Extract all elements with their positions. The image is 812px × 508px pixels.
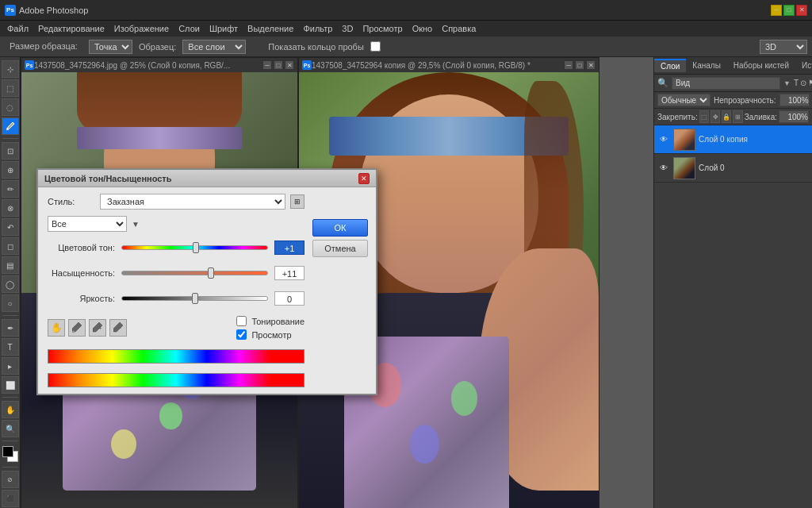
doc1-minimize[interactable]: ─: [262, 60, 272, 70]
light-handle[interactable]: [192, 293, 198, 304]
colorize-row: Тонирование: [236, 316, 304, 326]
dialog-close-button[interactable]: ✕: [358, 173, 370, 184]
cancel-button[interactable]: Отмена: [312, 240, 368, 257]
menu-window[interactable]: Окно: [408, 23, 437, 34]
layer-item-copy[interactable]: 👁 Слой 0 копия: [654, 125, 812, 154]
doc1-restore[interactable]: □: [274, 60, 283, 70]
path-select-tool[interactable]: ▸: [2, 357, 19, 375]
ok-button[interactable]: ОК: [312, 219, 368, 237]
opacity-input[interactable]: [779, 94, 810, 106]
dodge-tool[interactable]: ○: [2, 294, 19, 312]
screen-mode-btn[interactable]: ⬛: [2, 490, 19, 507]
fg-color[interactable]: [2, 446, 13, 457]
tab-history[interactable]: История: [795, 60, 812, 71]
menu-font[interactable]: Шрифт: [205, 23, 242, 34]
layer-item-orig[interactable]: 👁 Слой 0: [654, 154, 812, 183]
style-icon-btn[interactable]: ⊞: [290, 194, 304, 209]
light-slider-container[interactable]: [121, 291, 268, 306]
t-icon[interactable]: T: [794, 79, 799, 87]
dress-flower-2: [410, 425, 439, 464]
colorize-checkbox[interactable]: [236, 316, 247, 326]
doc1-close[interactable]: ✕: [285, 60, 294, 70]
layer-orig-visibility[interactable]: 👁: [657, 162, 670, 175]
dialog-title-bar[interactable]: Цветовой тон/Насыщенность ✕: [38, 170, 376, 187]
spectrum-top: [48, 349, 304, 364]
lock-artboard-btn[interactable]: ⊞: [733, 110, 742, 123]
search-dropdown[interactable]: ▼: [783, 79, 791, 87]
menu-file[interactable]: Файл: [3, 23, 33, 34]
hand-btn[interactable]: ✋: [48, 319, 65, 337]
menu-3d[interactable]: 3D: [338, 23, 357, 34]
3d-select[interactable]: 3D: [760, 40, 807, 54]
menu-select[interactable]: Выделение: [243, 23, 297, 34]
brush-tool[interactable]: ✏: [2, 180, 19, 198]
layers-search-input[interactable]: [672, 77, 780, 90]
menu-view[interactable]: Просмотр: [358, 23, 406, 34]
lasso-tool[interactable]: ◌: [2, 98, 19, 116]
lock-move-btn[interactable]: ✥: [710, 110, 720, 123]
pen-tool[interactable]: ✒: [2, 319, 19, 337]
show-ring-checkbox[interactable]: [370, 41, 381, 52]
flower-4: [111, 429, 136, 460]
close-button[interactable]: ✕: [796, 5, 807, 16]
hue-handle[interactable]: [193, 242, 199, 253]
gradient-tool[interactable]: ▤: [2, 256, 19, 274]
layer-icon[interactable]: ⊙: [800, 79, 806, 87]
lock-pixels-btn[interactable]: ⬚: [699, 110, 709, 123]
layer-copy-visibility[interactable]: 👁: [657, 133, 670, 146]
style-select[interactable]: Заказная: [100, 194, 285, 210]
spot-heal-tool[interactable]: ⊕: [2, 161, 19, 179]
lock-all-btn[interactable]: 🔒: [722, 110, 731, 123]
doc2-ps-logo: Ps: [302, 60, 312, 70]
type-tool[interactable]: T: [2, 338, 19, 356]
shape-tool[interactable]: ⬜: [2, 376, 19, 394]
sat-row: Насыщенность: +11: [48, 265, 304, 281]
tab-layers[interactable]: Слои: [654, 59, 686, 72]
light-value[interactable]: 0: [274, 291, 304, 306]
zoom-tool[interactable]: 🔍: [2, 420, 19, 437]
eyedropper-btn[interactable]: [68, 319, 86, 337]
minimize-button[interactable]: ─: [771, 5, 782, 16]
sat-slider-container[interactable]: [121, 265, 268, 281]
style-row: Стиль: Заказная ⊞: [48, 194, 304, 210]
channel-select[interactable]: Все: [48, 216, 127, 232]
sample-select[interactable]: Все слои: [182, 40, 246, 54]
svg-text:+: +: [99, 325, 102, 330]
sat-value[interactable]: +11: [274, 266, 304, 280]
flag-icon[interactable]: ⚑: [808, 79, 812, 87]
sat-handle[interactable]: [208, 267, 214, 279]
blend-mode-select[interactable]: Обычные: [657, 94, 710, 106]
eyedropper-sub-btn[interactable]: -: [109, 319, 127, 337]
quick-mask-btn[interactable]: ⊘: [2, 471, 19, 488]
hand-tool[interactable]: ✋: [2, 401, 19, 418]
eyedropper-tool[interactable]: [2, 117, 19, 135]
fill-input[interactable]: [779, 110, 809, 123]
menu-help[interactable]: Справка: [438, 23, 480, 34]
preview-checkbox[interactable]: [236, 329, 247, 340]
tab-channels[interactable]: Каналы: [686, 60, 727, 71]
doc2-restore[interactable]: □: [575, 60, 584, 70]
doc2-minimize[interactable]: ─: [564, 60, 573, 70]
blur-tool[interactable]: ◯: [2, 275, 19, 293]
menu-edit[interactable]: Редактирование: [34, 23, 109, 34]
size-select[interactable]: Точка: [89, 40, 132, 54]
color-swatch[interactable]: [2, 446, 18, 462]
tab-brushes[interactable]: Наборы кистей: [727, 60, 795, 71]
maximize-button[interactable]: □: [783, 5, 795, 16]
marquee-tool[interactable]: ⬚: [2, 79, 19, 97]
doc2-close[interactable]: ✕: [586, 60, 596, 70]
history-brush-tool[interactable]: ↶: [2, 218, 19, 236]
move-tool[interactable]: ⊹: [2, 60, 19, 78]
menu-filter[interactable]: Фильтр: [299, 23, 336, 34]
dialog-main-content: Стиль: Заказная ⊞ Все ▼: [38, 187, 376, 394]
hue-slider-container[interactable]: [121, 240, 268, 256]
eraser-tool[interactable]: ◻: [2, 237, 19, 255]
clone-tool[interactable]: ⊗: [2, 199, 19, 217]
checkboxes: Тонирование Просмотр: [236, 316, 304, 343]
menu-layers[interactable]: Слои: [174, 23, 204, 34]
crop-tool[interactable]: ⊡: [2, 142, 19, 160]
menu-image[interactable]: Изображение: [110, 23, 173, 34]
hue-value[interactable]: +1: [274, 241, 304, 255]
eyedropper-add-btn[interactable]: +: [89, 319, 106, 337]
hue-label: Цветовой тон:: [48, 243, 115, 252]
